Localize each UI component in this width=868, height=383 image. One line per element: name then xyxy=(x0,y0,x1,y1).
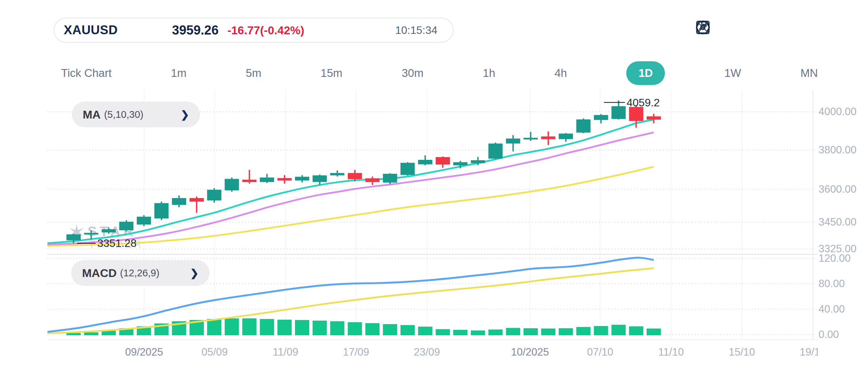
last-price: 3959.26 xyxy=(172,23,218,38)
ma-params: (5,10,30) xyxy=(104,109,143,120)
macd-histogram-bar xyxy=(629,326,643,335)
macd-histogram-bar xyxy=(225,318,239,335)
axis-date-label: 19/10 xyxy=(800,346,818,358)
ma-label: MA xyxy=(83,108,101,121)
macd-params: (12,26,9) xyxy=(120,268,159,279)
quote-time: 10:15:34 xyxy=(395,24,437,37)
macd-histogram-bar xyxy=(488,329,502,335)
symbol-label: XAUUSD xyxy=(64,23,118,37)
candle-body xyxy=(102,229,116,232)
price-change: -16.77(-0.42%) xyxy=(228,24,304,37)
candle-body xyxy=(453,162,468,165)
tab-15m[interactable]: 15m xyxy=(321,67,342,80)
time-axis: 09/202505/0911/0917/0923/0910/202507/101… xyxy=(0,344,818,363)
toolbar xyxy=(695,20,839,35)
tab-1w[interactable]: 1W xyxy=(724,67,741,80)
macd-histogram-bar xyxy=(330,321,344,335)
macd-histogram-bar xyxy=(647,328,661,335)
candle-body xyxy=(400,163,415,175)
macd-histogram-bar xyxy=(436,329,450,335)
chevron-right-icon: ❯ xyxy=(190,267,199,279)
axis-date-label: 17/09 xyxy=(343,346,369,358)
tab-1m[interactable]: 1m xyxy=(171,67,186,80)
macd-histogram-bar xyxy=(260,319,274,335)
candle-body xyxy=(137,217,151,225)
axis-date-label: 15/10 xyxy=(729,346,755,358)
high-price-label: 4059.2 xyxy=(627,97,660,109)
tab-1d[interactable]: 1D xyxy=(626,61,665,85)
macd-histogram-bar xyxy=(277,320,292,335)
candle-body xyxy=(436,157,450,165)
candle-body xyxy=(313,175,327,182)
axis-price-label: 40.00 xyxy=(818,303,845,315)
candle-body xyxy=(242,180,257,182)
macd-histogram-bar xyxy=(541,328,555,335)
tab-5m[interactable]: 5m xyxy=(246,67,261,80)
candle-body xyxy=(154,203,169,218)
axis-price-label: 120.00 xyxy=(818,252,851,264)
macd-histogram-bar xyxy=(524,328,538,335)
candle-body xyxy=(84,233,98,235)
tab-mn[interactable]: MN xyxy=(801,67,818,80)
axis-price-label: 80.00 xyxy=(818,278,845,290)
candle-body xyxy=(119,222,134,230)
tab-4h[interactable]: 4h xyxy=(554,67,567,80)
macd-histogram-bar xyxy=(66,333,81,335)
candle-body xyxy=(66,234,81,240)
timeframe-tabs: Tick Chart1m5m15m30m1h4h1D1WMN xyxy=(61,60,818,86)
candle-body xyxy=(611,106,626,119)
axis-price-label: 0.00 xyxy=(818,328,839,341)
candle-body xyxy=(295,177,309,180)
candle-body xyxy=(225,179,239,190)
macd-histogram-bar xyxy=(611,325,626,335)
candle-body xyxy=(330,173,344,175)
axis-price-label: 3600.00 xyxy=(818,183,856,195)
ma-indicator-button[interactable]: MA (5,10,30) ❯ xyxy=(72,102,200,127)
tab-1h[interactable]: 1h xyxy=(483,67,495,80)
macd-histogram-bar xyxy=(207,319,221,335)
chevron-right-icon: ❯ xyxy=(181,109,189,121)
macd-indicator-button[interactable]: MACD (12,26,9) ❯ xyxy=(71,260,210,286)
macd-histogram-bar xyxy=(242,318,257,335)
candle-body xyxy=(559,133,573,139)
macd-histogram-bar xyxy=(84,332,98,335)
candle-body xyxy=(647,116,661,120)
axis-date-label: 10/2025 xyxy=(511,346,549,358)
candle-body xyxy=(172,198,186,205)
settings-hexagon-icon[interactable] xyxy=(781,20,796,35)
axis-date-label: 23/09 xyxy=(414,346,440,358)
candlestick-chart[interactable]: ✶STARTRADER4059.23351.28 xyxy=(0,0,868,383)
axis-price-label: 3450.00 xyxy=(818,216,856,228)
macd-histogram-bar xyxy=(400,325,415,335)
axis-date-label: 07/10 xyxy=(587,346,613,358)
candle-body xyxy=(541,136,555,139)
candle-body xyxy=(207,190,221,200)
macd-histogram-bar xyxy=(383,324,397,335)
candle-body xyxy=(594,115,608,120)
chart-pulse-icon[interactable] xyxy=(738,20,753,35)
axis-price-label: 3800.00 xyxy=(818,144,856,156)
macd-histogram-bar xyxy=(559,328,573,335)
close-icon[interactable] xyxy=(823,20,839,35)
macd-histogram-bar xyxy=(418,327,432,335)
tab-30m[interactable]: 30m xyxy=(402,67,423,80)
quote-header: XAUUSD 3959.26 -16.77(-0.42%) 10:15:34 xyxy=(54,18,454,43)
candle-body xyxy=(629,107,643,121)
macd-histogram-bar xyxy=(506,328,520,335)
candle-body xyxy=(524,138,538,140)
candle-body xyxy=(471,160,485,163)
candle-body xyxy=(576,120,591,133)
macd-histogram-bar xyxy=(348,322,362,335)
macd-histogram-bar xyxy=(594,326,608,335)
macd-label: MACD xyxy=(82,267,117,280)
macd-histogram-bar xyxy=(313,321,327,335)
tab-tick-chart[interactable]: Tick Chart xyxy=(61,67,112,80)
candle-body xyxy=(190,198,204,201)
candle-body xyxy=(260,177,274,182)
low-price-label: 3351.28 xyxy=(97,237,137,249)
axis-date-label: 11/10 xyxy=(658,346,684,358)
ma10-line xyxy=(47,132,654,244)
candle-body xyxy=(383,174,397,183)
axis-date-label: 05/09 xyxy=(201,346,228,358)
candle-body xyxy=(488,144,502,159)
